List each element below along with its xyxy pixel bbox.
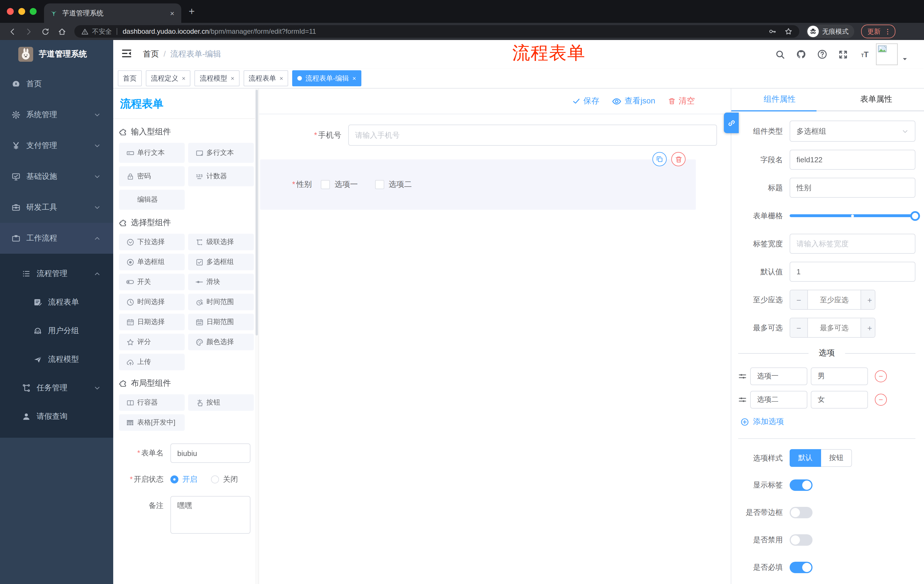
component-row-container[interactable]: 行容器	[119, 394, 185, 411]
component-checkbox-group[interactable]: 多选框组	[188, 254, 254, 270]
component-date-range[interactable]: 日期范围	[188, 314, 254, 330]
font-size-icon[interactable]: TT	[859, 49, 869, 59]
status-radio-off[interactable]: 关闭	[211, 474, 238, 485]
border-toggle[interactable]	[790, 507, 812, 518]
bookmark-star-icon[interactable]	[784, 28, 792, 35]
dots-vertical-icon[interactable]	[884, 28, 891, 35]
component-time-picker[interactable]: 时间选择	[119, 294, 185, 310]
component-password[interactable]: 密码	[119, 166, 185, 186]
panel-scrollbar[interactable]	[255, 89, 259, 584]
new-tab-button[interactable]: +	[189, 6, 195, 18]
field-name-input[interactable]	[790, 150, 916, 170]
remove-option-button[interactable]: −	[875, 394, 887, 406]
component-editor[interactable]: 编辑器	[119, 190, 185, 210]
component-slider[interactable]: 滑块	[188, 274, 254, 290]
address-bar[interactable]: 不安全 dashboard.yudao.iocoder.cn/bpm/manag…	[74, 25, 799, 38]
browser-update-button[interactable]: 更新	[861, 25, 895, 38]
back-icon[interactable]	[8, 27, 16, 36]
sidebar-item-payment[interactable]: 支付管理	[0, 130, 113, 161]
add-option-button[interactable]: 添加选项	[741, 416, 916, 427]
fullscreen-icon[interactable]	[838, 49, 848, 59]
search-icon[interactable]	[776, 49, 785, 59]
close-tag-icon[interactable]: ×	[182, 75, 186, 82]
tab-form-props[interactable]: 表单属性	[828, 89, 924, 110]
sidebar-item-home[interactable]: 首页	[0, 69, 113, 99]
stepper-plus-button[interactable]: +	[861, 290, 875, 309]
field-gender-selected[interactable]: *性别 选项一 选项二	[260, 160, 696, 210]
close-window-button[interactable]	[7, 8, 14, 15]
form-grid-slider[interactable]	[790, 206, 916, 226]
sidebar-item-process-model[interactable]: 流程模型	[0, 345, 113, 374]
option-name-input[interactable]	[750, 391, 807, 409]
copy-field-button[interactable]	[652, 152, 667, 166]
form-remark-textarea[interactable]: 嘿嘿	[170, 496, 251, 534]
github-icon[interactable]	[796, 49, 806, 59]
component-radio-group[interactable]: 单选框组	[119, 254, 185, 270]
tag-process-definition[interactable]: 流程定义×	[146, 70, 191, 86]
title-input[interactable]	[790, 178, 916, 198]
option-name-input[interactable]	[750, 367, 807, 385]
remove-option-button[interactable]: −	[875, 370, 887, 382]
tab-component-props[interactable]: 组件属性	[731, 89, 828, 110]
status-radio-on[interactable]: 开启	[170, 474, 197, 485]
component-counter[interactable]: 123计数器	[188, 166, 254, 186]
save-button[interactable]: 保存	[573, 96, 599, 106]
option-value-input[interactable]	[811, 367, 868, 385]
breadcrumb-home[interactable]: 首页	[143, 49, 159, 58]
tag-process-form-edit[interactable]: 流程表单-编辑×	[292, 70, 361, 86]
home-icon[interactable]	[58, 27, 66, 36]
sidebar-logo-row[interactable]: 芋道管理系统	[0, 40, 113, 69]
max-select-input[interactable]	[808, 318, 861, 337]
style-button-button[interactable]: 按钮	[821, 449, 852, 467]
default-value-input[interactable]	[790, 262, 916, 282]
drag-sliders-icon[interactable]	[738, 395, 747, 404]
fold-sidebar-icon[interactable]	[121, 48, 132, 59]
delete-field-button[interactable]	[671, 152, 686, 166]
label-width-input[interactable]	[790, 234, 916, 254]
slider-handle[interactable]	[910, 211, 920, 220]
stepper-plus-button[interactable]: +	[861, 318, 875, 337]
component-multi-text[interactable]: 多行文本	[188, 143, 254, 163]
stepper-minus-button[interactable]: −	[790, 318, 808, 337]
sidebar-item-devtools[interactable]: 研发工具	[0, 192, 113, 223]
show-label-toggle[interactable]	[790, 479, 812, 491]
component-cascader[interactable]: 级联选择	[188, 234, 254, 250]
gender-option-1[interactable]: 选项一	[321, 179, 358, 190]
sidebar-item-system[interactable]: 系统管理	[0, 99, 113, 130]
avatar[interactable]	[876, 43, 898, 65]
style-default-button[interactable]: 默认	[790, 449, 821, 467]
disabled-toggle[interactable]	[790, 534, 812, 546]
min-select-input[interactable]	[808, 290, 861, 309]
component-type-select[interactable]: 多选框组	[790, 120, 916, 142]
view-json-button[interactable]: 查看json	[612, 96, 655, 106]
sidebar-item-user-group[interactable]: 用户分组	[0, 317, 113, 345]
close-tag-icon[interactable]: ×	[353, 75, 356, 82]
minimize-window-button[interactable]	[18, 8, 25, 15]
form-name-input[interactable]	[170, 443, 251, 463]
component-date-picker[interactable]: 日期选择	[119, 314, 185, 330]
sidebar-item-task-mgmt[interactable]: 任务管理	[0, 374, 113, 402]
sidebar-item-leave-query[interactable]: 请假查询	[0, 402, 113, 431]
sidebar-item-infra[interactable]: 基础设施	[0, 161, 113, 192]
required-toggle[interactable]	[790, 562, 812, 573]
close-tab-icon[interactable]: ×	[169, 9, 175, 17]
maximize-window-button[interactable]	[30, 8, 36, 15]
component-upload[interactable]: 上传	[119, 354, 185, 370]
key-icon[interactable]	[769, 28, 777, 35]
close-tag-icon[interactable]: ×	[231, 75, 234, 82]
forward-icon[interactable]	[25, 27, 33, 36]
drag-sliders-icon[interactable]	[738, 372, 747, 380]
close-tag-icon[interactable]: ×	[280, 75, 283, 82]
component-table[interactable]: 表格[开发中]	[119, 414, 185, 431]
sidebar-item-workflow[interactable]: 工作流程	[0, 223, 113, 254]
component-switch[interactable]: 开关	[119, 274, 185, 290]
component-time-range[interactable]: 时间范围	[188, 294, 254, 310]
sidebar-item-process-mgmt[interactable]: 流程管理	[0, 260, 113, 288]
stepper-minus-button[interactable]: −	[790, 290, 808, 309]
gender-option-2[interactable]: 选项二	[375, 179, 412, 190]
clear-button[interactable]: 清空	[668, 96, 695, 106]
phone-input[interactable]	[348, 125, 717, 146]
tag-home[interactable]: 首页	[118, 70, 142, 86]
help-icon[interactable]	[817, 49, 827, 59]
component-button[interactable]: 按钮	[188, 394, 254, 411]
